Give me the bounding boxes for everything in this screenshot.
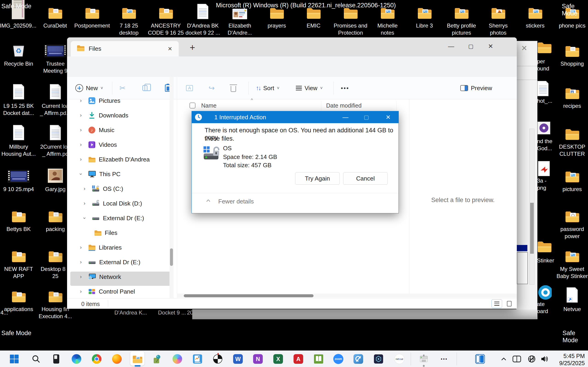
view-button[interactable]: View ˅ [296, 77, 322, 99]
taskbar-network-globe-icon[interactable] [527, 354, 537, 364]
background-window-close-icon[interactable]: ✕ [521, 44, 527, 52]
desktop-icon-7-18-25[interactable]: 7 18 25 desktop [110, 3, 147, 36]
chevron-right-icon[interactable]: › [78, 274, 83, 280]
chevron-right-icon[interactable]: › [78, 142, 83, 148]
taskbar-settings-app-icon[interactable] [192, 354, 203, 364]
desktop-icon-9-10-25-mp4[interactable]: 9 10 25.mp4 [0, 167, 37, 193]
sidebar-item-os-c-[interactable]: ›OS (C:) [67, 182, 173, 195]
chevron-right-icon[interactable]: › [78, 127, 83, 133]
desktop-icon-sherrys[interactable]: Sherrys photos [480, 3, 517, 36]
dialog-minimize-button[interactable]: — [337, 111, 354, 123]
taskbar-tray-chevron-icon[interactable] [499, 354, 509, 364]
desktop-icon-betty-profile[interactable]: Betty profile pictures [443, 3, 480, 36]
desktop-icon-recipes[interactable]: Wrecipes [553, 83, 588, 109]
desktop-icon-bettys-bk[interactable]: Bettys BK [0, 207, 37, 233]
sort-button[interactable]: ↑↓ Sort ˅ [256, 77, 279, 99]
dialog-close-button[interactable]: ✕ [380, 111, 396, 123]
taskbar-edge-icon[interactable] [71, 354, 82, 364]
taskbar-onenote-icon[interactable]: N [253, 354, 263, 364]
desktop-icon-desktop[interactable]: DESKTOP CLUTTER [553, 124, 588, 157]
chevron-right-icon[interactable]: › [78, 98, 83, 104]
sidebar-item-files[interactable]: Files [67, 226, 173, 240]
preview-toggle-button[interactable]: Preview [460, 77, 492, 99]
chevron-down-icon[interactable]: › [78, 172, 84, 176]
taskbar-clock[interactable]: 5:45 PM 9/25/2025 [559, 352, 585, 367]
desktop-icon-pictures[interactable]: pictures [553, 167, 588, 193]
taskbar-printer-icon[interactable] [419, 354, 429, 364]
select-all-checkbox[interactable] [190, 102, 195, 108]
chevron-right-icon[interactable]: › [82, 200, 87, 206]
desktop-icon-ancestry[interactable]: ANCESTRY CODE 9 16 25 [147, 3, 184, 36]
sidebar-item-control-panel[interactable]: ›Control Panel [67, 285, 173, 298]
horizontal-scrollbar-thumb[interactable] [184, 294, 313, 297]
details-view-toggle[interactable] [492, 299, 502, 308]
desktop-icon-partial[interactable]: hot_... [537, 81, 552, 104]
tab-close-icon[interactable]: ✕ [168, 46, 172, 52]
taskbar-touch-keyboard-icon[interactable] [512, 354, 522, 364]
taskbar-search-icon[interactable] [31, 354, 41, 364]
column-name[interactable]: Name [201, 102, 216, 109]
background-window-scrollbar-thumb[interactable] [530, 203, 534, 254]
delete-button[interactable] [231, 77, 236, 99]
chevron-right-icon[interactable]: › [82, 186, 87, 192]
sidebar-item-libraries[interactable]: ›Libraries [67, 241, 173, 254]
chevron-right-icon[interactable]: › [78, 112, 83, 118]
desktop-icon-l9-15-25-bk[interactable]: L9 15 25 BK Docket dat... [0, 83, 37, 117]
taskbar-chrome-icon[interactable] [92, 354, 102, 364]
chevron-right-icon[interactable]: › [78, 289, 83, 294]
taskbar-start-icon[interactable] [9, 354, 19, 364]
taskbar-overflow-icon[interactable]: ••• [439, 354, 449, 364]
desktop-icon-millbury[interactable]: Millbury Housing Aut... [0, 124, 37, 157]
sidebar-item-videos[interactable]: ›Videos [67, 138, 173, 151]
sidebar-item-local-disk-d-[interactable]: ›Local Disk (D:) [67, 197, 173, 210]
sidebar-item-this-pc[interactable]: ›This PC [67, 167, 173, 181]
taskbar-acrobat-icon[interactable]: A [293, 354, 303, 364]
sidebar-item-external-dr-e-[interactable]: ›External Dr (E:) [67, 211, 173, 225]
rename-button[interactable]: A [186, 77, 193, 99]
desktop-icon-curadebt[interactable]: CuraDebt [36, 3, 74, 29]
taskbar-pushpin-app-icon[interactable] [152, 354, 162, 364]
desktop-icon-partial[interactable]: nd the God... [537, 121, 552, 152]
fewer-details-toggle[interactable]: ^ Fewer details [207, 198, 254, 205]
column-divider[interactable] [397, 101, 397, 110]
desktop-icon-partial[interactable]: ate oard [537, 284, 552, 315]
sidebar-item-pictures[interactable]: ›Pictures [67, 94, 173, 107]
desktop-icon-libre-3[interactable]: Libre 3 [406, 3, 443, 29]
taskbar-excel-icon[interactable]: X [273, 354, 283, 364]
chevron-right-icon[interactable]: › [78, 156, 83, 162]
sidebar-splitter[interactable] [177, 77, 177, 298]
desktop-icon-new-raft[interactable]: NEW RAFT APP [0, 247, 37, 280]
dialog-maximize-button[interactable]: ▢ [358, 111, 374, 123]
taskbar-widgets-icon[interactable] [475, 354, 485, 364]
desktop-icon-recycle-bin[interactable]: ♻Recycle Bin [0, 41, 37, 67]
sidebar-item-elizabeth-d-andrea[interactable]: ›Elizabeth D'Andrea [67, 153, 173, 166]
taskbar-library-app-icon[interactable] [313, 354, 324, 364]
desktop-icon-my-sweet[interactable]: My Sweet Baby Stinker [553, 247, 588, 280]
taskbar-copilot-icon[interactable] [172, 354, 182, 364]
column-date-modified[interactable]: Date modified [326, 102, 362, 109]
taskbar-firefox-icon[interactable] [112, 354, 122, 364]
more-options-button[interactable]: ••• [341, 77, 349, 99]
taskbar-photos-app-icon[interactable] [373, 354, 384, 364]
chevron-down-icon[interactable]: › [82, 216, 87, 220]
new-tab-button[interactable]: + [190, 42, 195, 53]
chevron-right-icon[interactable]: › [78, 244, 83, 250]
taskbar-writer-app-icon[interactable] [353, 354, 363, 364]
window-close-button[interactable]: ✕ [483, 40, 498, 53]
desktop-icon-applications[interactable]: applications [0, 287, 37, 313]
desktop-icon-partial[interactable]: 3a - png [537, 161, 552, 191]
share-button[interactable]: ↪ [208, 77, 215, 99]
sidebar-item-downloads[interactable]: ›Downloads [67, 109, 173, 122]
tab-files[interactable]: Files ✕ [71, 41, 179, 56]
chevron-right-icon[interactable]: › [78, 259, 83, 265]
taskbar-word-icon[interactable]: W [233, 354, 243, 364]
desktop-icon-postponement[interactable]: Postponement [73, 3, 111, 29]
desktop-icon-password[interactable]: password power [553, 207, 588, 240]
desktop-icon-shopping[interactable]: Shopping [553, 41, 588, 67]
desktop-icon-partial[interactable]: per ound [537, 41, 552, 72]
sidebar-scrollbar-thumb[interactable] [170, 248, 173, 266]
sidebar-item-music[interactable]: ›♪Music [67, 123, 173, 137]
desktop-icon-netvue[interactable]: Netvue [553, 287, 588, 313]
sidebar-item-external-dr-e-[interactable]: ›External Dr (E:) [67, 256, 173, 269]
window-maximize-button[interactable]: ▢ [464, 40, 478, 53]
